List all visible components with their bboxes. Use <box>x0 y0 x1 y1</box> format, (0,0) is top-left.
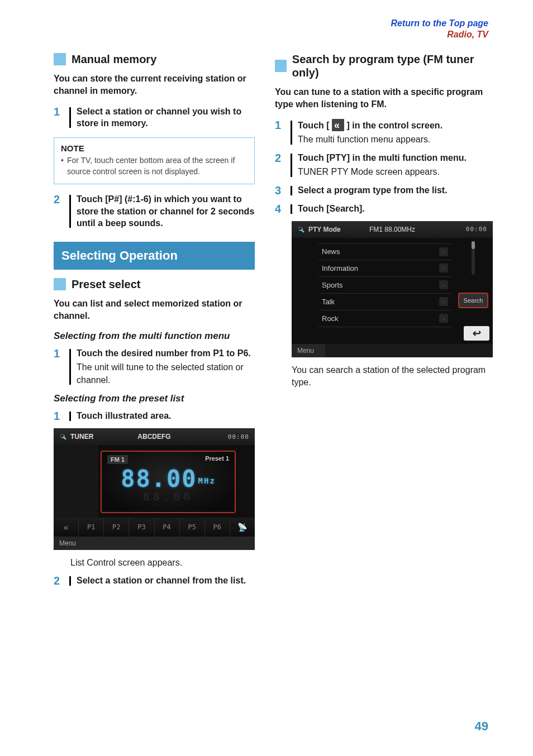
list-item[interactable]: Information‹ <box>318 260 451 277</box>
subsection-preset-list: Selecting from the preset list <box>54 393 255 404</box>
screenshot-tuner: TUNER ABCDEFG 00:00 FM 1 Preset 1 88.00M… <box>54 428 255 550</box>
step-text: Touch [PTY] in the multi function menu. <box>298 152 493 164</box>
subheading-text: Preset select <box>72 277 140 291</box>
manual-memory-step-1: 1 Select a station or channel you wish t… <box>54 106 255 130</box>
ss-spacer <box>325 344 493 357</box>
subheading-marker <box>275 60 287 72</box>
list-item[interactable]: News‹ <box>318 243 451 260</box>
section-link[interactable]: Radio, TV <box>54 29 488 40</box>
search-button[interactable]: Search <box>458 293 489 308</box>
chevron-left-icon: ‹ <box>439 247 448 256</box>
preset-button[interactable]: P4 <box>154 518 179 537</box>
step-text: Touch [Search]. <box>298 203 493 215</box>
step-divider <box>69 107 71 128</box>
page-number: 49 <box>475 719 488 734</box>
step-divider <box>69 195 71 228</box>
ss-clock: 00:00 <box>424 226 487 233</box>
bullet-icon: • <box>61 155 64 177</box>
step-text: Select a station or channel from the lis… <box>77 575 255 587</box>
step-text: Touch the desired number from P1 to P6. <box>77 347 255 360</box>
pty-step-4: 4 Touch [Search]. <box>275 203 493 216</box>
step-text: Select a program type from the list. <box>298 184 493 197</box>
subheading-text: Search by program type (FM tuner only) <box>292 52 493 79</box>
step-text: Touch [P#] (#:1-6) in which you want to … <box>77 193 255 229</box>
ss-menu-button[interactable]: Menu <box>54 537 255 550</box>
step-number: 2 <box>54 193 64 229</box>
ss-preset-bar: « P1 P2 P3 P4 P5 P6 📡 <box>54 518 255 537</box>
chevron-left-icon <box>332 119 344 131</box>
subsection-multi-function: Selecting from the multi function menu <box>54 331 255 342</box>
step-number: 1 <box>54 106 64 130</box>
step-number: 2 <box>54 575 64 587</box>
step-divider <box>291 204 292 214</box>
pty-step-1: 1 Touch [ ] in the control screen. The m… <box>275 119 493 146</box>
manual-memory-step-2: 2 Touch [P#] (#:1-6) in which you want t… <box>54 193 255 229</box>
ss-preset: Preset 1 <box>205 455 229 464</box>
ss-mode-label: TUNER <box>70 433 93 441</box>
pty-step-3: 3 Select a program type from the list. <box>275 184 493 197</box>
preset-button[interactable]: P1 <box>78 518 103 537</box>
step-text: Touch illustrated area. <box>77 410 255 422</box>
scrollbar[interactable] <box>472 241 475 275</box>
step-number: 3 <box>275 184 285 197</box>
antenna-icon[interactable]: 📡 <box>230 518 255 537</box>
left-column: Manual memory You can store the current … <box>54 48 255 593</box>
note-box: NOTE • For TV, touch center bottom area … <box>54 137 255 184</box>
ss-mode-label: PTY Mode <box>308 226 341 233</box>
ss-title: FM1 88.00MHz <box>360 226 423 233</box>
ss-left-pane <box>54 445 98 518</box>
settings-icon[interactable] <box>59 433 67 441</box>
chevron-left-icon[interactable]: « <box>54 518 78 537</box>
step-plain: The unit will tune to the selected stati… <box>77 361 255 386</box>
ss-clock: 00:00 <box>186 433 249 441</box>
ss-titlebar: PTY Mode FM1 88.00MHz 00:00 <box>292 221 493 238</box>
step-number: 1 <box>275 119 285 146</box>
note-item: • For TV, touch center bottom area of th… <box>61 155 248 177</box>
section-heading-selecting-operation: Selecting Operation <box>54 242 255 270</box>
step-number: 1 <box>54 410 64 423</box>
preset-mf-step-1: 1 Touch the desired number from P1 to P6… <box>54 347 255 386</box>
subheading-text: Manual memory <box>72 52 156 66</box>
ss-info-panel[interactable]: FM 1 Preset 1 88.00MHz 88.88 <box>101 451 236 513</box>
header-links: Return to the Top page Radio, TV <box>54 18 488 40</box>
preset-list-step-2: 2 Select a station or channel from the l… <box>54 575 255 587</box>
ss-titlebar: TUNER ABCDEFG 00:00 <box>54 428 255 445</box>
ss-left-pane <box>292 238 318 344</box>
return-icon[interactable]: ↩ <box>464 326 489 341</box>
preset-list-step-1: 1 Touch illustrated area. <box>54 410 255 423</box>
chevron-left-icon: ‹ <box>439 264 448 272</box>
step-number: 4 <box>275 203 285 216</box>
search-pty-intro: You can tune to a station with a specifi… <box>275 86 493 111</box>
preset-select-intro: You can list and select memorized statio… <box>54 298 255 323</box>
subheading-marker <box>54 53 66 65</box>
ss-frequency: 88.00MHz <box>121 467 216 491</box>
step-text: Touch [ ] in the control screen. <box>298 119 493 132</box>
list-item[interactable]: Talk‹ <box>318 294 451 310</box>
list-item[interactable]: Sports‹ <box>318 277 451 294</box>
ss-band: FM 1 <box>107 455 128 464</box>
ss-title: ABCDEFG <box>122 433 185 441</box>
step-number: 1 <box>54 347 64 386</box>
return-top-link[interactable]: Return to the Top page <box>54 18 488 29</box>
subheading-manual-memory: Manual memory <box>54 52 255 66</box>
chevron-left-icon: ‹ <box>439 297 448 306</box>
ss-pty-list: News‹ Information‹ Sports‹ Talk‹ Rock‹ <box>318 238 454 344</box>
settings-icon[interactable] <box>297 226 305 233</box>
step-divider <box>291 186 292 195</box>
ss-ghost-digits: 88.88 <box>143 490 193 503</box>
step-divider <box>69 349 71 385</box>
step-divider <box>291 154 292 177</box>
subheading-marker <box>54 278 66 290</box>
preset-button[interactable]: P5 <box>179 518 204 537</box>
preset-button[interactable]: P2 <box>103 518 129 537</box>
chevron-left-icon: ‹ <box>439 314 448 323</box>
step-plain: The multi function menu appears. <box>298 133 493 146</box>
list-item[interactable]: Rock‹ <box>318 310 451 327</box>
preset-button[interactable]: P3 <box>129 518 154 537</box>
pty-step-2: 2 Touch [PTY] in the multi function menu… <box>275 152 493 179</box>
subheading-search-pty: Search by program type (FM tuner only) <box>275 52 493 79</box>
preset-button[interactable]: P6 <box>204 518 230 537</box>
screenshot1-caption: List Control screen appears. <box>70 557 255 569</box>
ss-menu-button[interactable]: Menu <box>292 344 325 357</box>
step-number: 2 <box>275 152 285 179</box>
